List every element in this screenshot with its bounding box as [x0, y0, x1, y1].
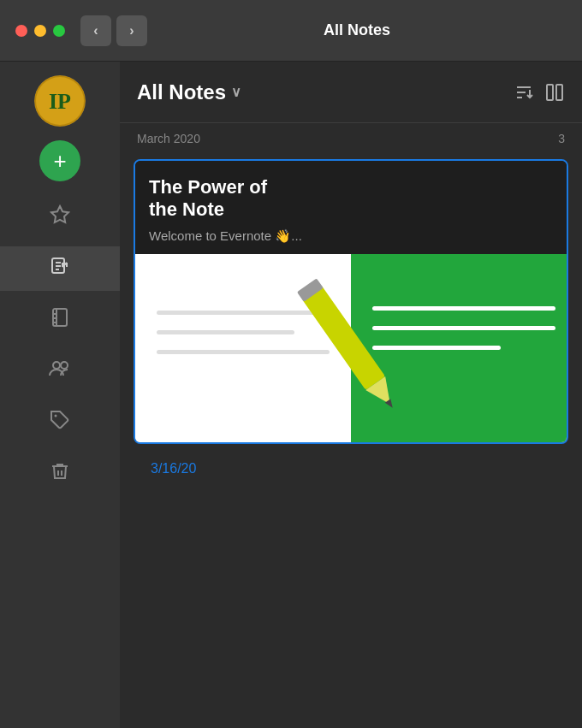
back-button[interactable]: ‹	[80, 15, 111, 46]
sidebar-item-favorites[interactable]	[0, 195, 120, 240]
svg-marker-3	[51, 206, 68, 222]
forward-button[interactable]: ›	[116, 15, 147, 46]
star-icon	[50, 204, 70, 230]
forward-icon: ›	[129, 23, 134, 38]
notebook-icon	[50, 307, 70, 333]
svg-point-16	[53, 362, 60, 369]
add-note-button[interactable]: +	[39, 140, 80, 181]
tag-icon	[50, 410, 70, 435]
nav-buttons: ‹ ›	[80, 15, 147, 46]
note-image-green	[351, 254, 567, 442]
layout-button[interactable]	[544, 82, 565, 103]
sidebar-item-shared[interactable]	[0, 349, 120, 394]
content-area: All Notes ∨	[120, 62, 582, 728]
svg-rect-23	[547, 85, 553, 100]
notes-list-icon	[50, 256, 70, 281]
note-image	[135, 254, 567, 442]
back-icon: ‹	[93, 23, 98, 38]
content-title-button[interactable]: All Notes ∨	[137, 80, 241, 104]
svg-rect-24	[556, 85, 562, 100]
shared-icon	[49, 358, 71, 384]
avatar[interactable]: IP	[34, 75, 86, 127]
sidebar-item-notes[interactable]	[0, 246, 120, 291]
trash-icon	[50, 461, 70, 487]
note-card[interactable]: The Power ofthe Note Welcome to Evernote…	[134, 159, 568, 444]
plus-icon: +	[53, 148, 66, 175]
green-lines	[372, 306, 555, 350]
titlebar-title: All Notes	[147, 21, 567, 39]
svg-text:IP: IP	[49, 89, 71, 114]
notes-list: The Power ofthe Note Welcome to Evernote…	[120, 151, 582, 728]
sidebar-item-tags[interactable]	[0, 400, 120, 445]
white-lines	[157, 311, 330, 354]
close-button[interactable]	[15, 25, 27, 37]
sidebar-item-trash[interactable]	[0, 452, 120, 496]
maximize-button[interactable]	[53, 25, 65, 37]
note-preview: Welcome to Evernote 👋...	[149, 228, 553, 244]
section-header: March 2020 3	[120, 123, 582, 151]
main-layout: IP +	[0, 62, 582, 728]
sidebar: IP +	[0, 62, 120, 728]
titlebar: ‹ › All Notes	[0, 0, 582, 62]
content-header: All Notes ∨	[120, 62, 582, 123]
section-count: 3	[558, 132, 565, 145]
svg-point-17	[61, 362, 68, 369]
content-title-text: All Notes	[137, 80, 226, 104]
sidebar-item-notebooks[interactable]	[0, 298, 120, 342]
section-label: March 2020	[137, 132, 200, 145]
traffic-lights	[15, 25, 65, 37]
note-title: The Power ofthe Note	[149, 176, 553, 222]
chevron-down-icon: ∨	[231, 84, 241, 100]
minimize-button[interactable]	[34, 25, 46, 37]
note-date: 3/16/20	[134, 454, 568, 480]
note-image-white	[135, 254, 351, 442]
note-card-text: The Power ofthe Note Welcome to Evernote…	[135, 161, 567, 254]
header-actions	[514, 82, 565, 103]
sort-button[interactable]	[514, 82, 534, 103]
